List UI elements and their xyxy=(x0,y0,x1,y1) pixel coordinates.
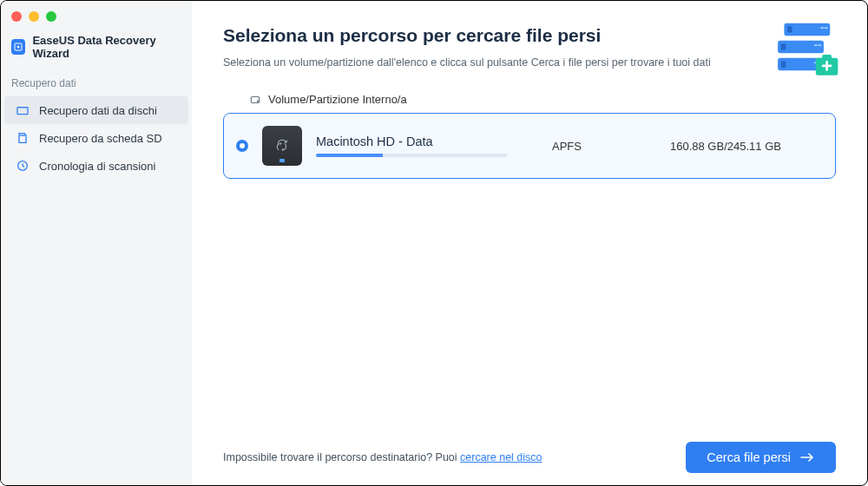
hard-drive-icon xyxy=(262,126,302,166)
page-subheading: Seleziona un volume/partizione dall'elen… xyxy=(223,56,836,69)
hero-illustration-icon xyxy=(770,20,841,81)
footer-help-text: Impossibile trovare il percorso destinat… xyxy=(223,451,542,463)
sidebar-item-scan-history[interactable]: Cronologia di scansioni xyxy=(4,152,188,180)
svg-rect-13 xyxy=(825,27,828,29)
app-window: EaseUS Data Recovery Wizard Recupero dat… xyxy=(0,0,868,486)
search-lost-files-button[interactable]: Cerca file persi xyxy=(686,442,836,473)
volume-usage-bar xyxy=(316,154,507,157)
sd-card-icon xyxy=(15,131,30,145)
svg-rect-2 xyxy=(17,108,28,115)
volume-group-text: Volume/Partizione Interno/a xyxy=(268,93,407,106)
sidebar-item-label: Recupero da scheda SD xyxy=(39,132,162,145)
volume-row[interactable]: Macintosh HD - Data APFS 160.88 GB/245.1… xyxy=(223,113,836,179)
window-controls xyxy=(1,8,192,30)
svg-rect-19 xyxy=(781,61,786,67)
sidebar-item-recover-sd[interactable]: Recupero da scheda SD xyxy=(4,124,188,152)
svg-rect-15 xyxy=(781,43,786,49)
disk-icon xyxy=(15,103,30,117)
page-heading: Seleziona un percorso per cercare file p… xyxy=(223,25,836,46)
footer: Impossibile trovare il percorso destinat… xyxy=(192,442,867,473)
volume-name: Macintosh HD - Data xyxy=(316,135,524,148)
maximize-window-icon[interactable] xyxy=(46,11,56,22)
radio-selected-icon[interactable] xyxy=(236,140,248,152)
history-icon xyxy=(15,159,30,173)
sidebar-item-label: Recupero dati da dischi xyxy=(39,104,157,117)
app-title: EaseUS Data Recovery Wizard xyxy=(1,30,192,72)
svg-rect-11 xyxy=(787,26,792,32)
volume-meta: Macintosh HD - Data xyxy=(316,135,524,157)
volume-group-label: Volume/Partizione Interno/a xyxy=(249,93,836,106)
volume-size: 160.88 GB/245.11 GB xyxy=(670,140,818,153)
svg-rect-16 xyxy=(814,44,818,46)
app-title-text: EaseUS Data Recovery Wizard xyxy=(32,34,181,60)
close-window-icon[interactable] xyxy=(11,11,22,22)
volume-filesystem: APFS xyxy=(552,140,656,153)
minimize-window-icon[interactable] xyxy=(29,11,39,22)
sidebar-section-label: Recupero dati xyxy=(1,72,192,96)
svg-rect-17 xyxy=(819,44,822,46)
sidebar-item-recover-disks[interactable]: Recupero dati da dischi xyxy=(4,96,188,124)
search-disk-link[interactable]: cercare nel disco xyxy=(460,451,542,463)
svg-rect-12 xyxy=(820,27,824,29)
sidebar-item-label: Cronologia di scansioni xyxy=(39,160,155,173)
svg-rect-23 xyxy=(822,55,832,59)
internal-drive-icon xyxy=(249,94,261,106)
main-panel: Seleziona un percorso per cercare file p… xyxy=(192,1,867,485)
footer-prefix: Impossibile trovare il percorso destinat… xyxy=(223,451,460,463)
sidebar: EaseUS Data Recovery Wizard Recupero dat… xyxy=(1,1,192,485)
svg-point-9 xyxy=(257,101,258,102)
cta-label: Cerca file persi xyxy=(707,450,791,464)
svg-point-1 xyxy=(17,46,19,48)
arrow-right-icon xyxy=(799,451,815,463)
app-logo-icon xyxy=(11,39,25,55)
